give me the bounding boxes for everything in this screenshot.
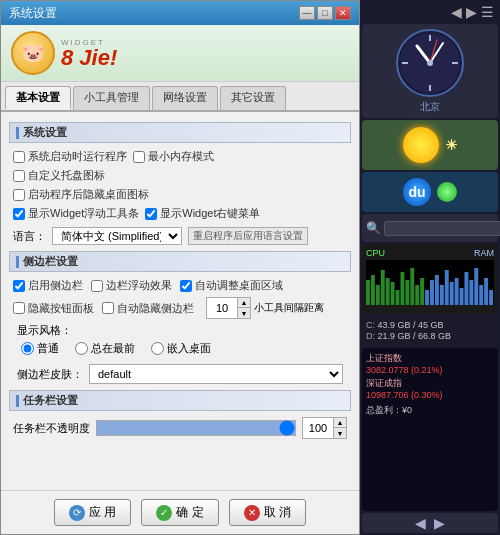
- svg-rect-30: [464, 272, 468, 305]
- checkbox-float-effect-input[interactable]: [91, 280, 103, 292]
- radio-normal-input[interactable]: [21, 342, 34, 355]
- display-format-label: 显示风格：: [17, 323, 347, 338]
- skin-select[interactable]: default: [89, 364, 343, 384]
- title-controls: — □ ✕: [299, 6, 351, 20]
- checkbox-hide-btns-input[interactable]: [13, 302, 25, 314]
- checkbox-startup-input[interactable]: [13, 151, 25, 163]
- dialog-title: 系统设置: [9, 5, 57, 22]
- svg-rect-16: [396, 290, 400, 305]
- svg-rect-10: [366, 280, 370, 305]
- tab-basic[interactable]: 基本设置: [5, 86, 71, 110]
- opacity-up[interactable]: ▲: [334, 418, 346, 428]
- close-button[interactable]: ✕: [335, 6, 351, 20]
- checkbox-hide-btns[interactable]: 隐藏按钮面板: [13, 301, 94, 316]
- radio-embed-input[interactable]: [151, 342, 164, 355]
- svg-rect-12: [376, 285, 380, 305]
- system-row-3: 启动程序后隐藏桌面图标: [13, 187, 347, 202]
- lang-label: 语言：: [13, 229, 46, 244]
- checkbox-auto-hide[interactable]: 自动隐藏侧边栏: [102, 301, 194, 316]
- svg-point-9: [427, 60, 433, 66]
- spacing-up[interactable]: ▲: [238, 298, 250, 308]
- checkbox-float-effect[interactable]: 边栏浮动效果: [91, 278, 172, 293]
- maximize-button[interactable]: □: [317, 6, 333, 20]
- radio-embed[interactable]: 嵌入桌面: [151, 341, 211, 356]
- nav-next[interactable]: ▶: [466, 4, 477, 20]
- tab-network[interactable]: 网络设置: [152, 86, 218, 110]
- widget-search: 🔍: [362, 214, 498, 242]
- minimize-button[interactable]: —: [299, 6, 315, 20]
- spacing-label: 小工具间隔距离: [254, 301, 324, 315]
- checkbox-tray-input[interactable]: [13, 170, 25, 182]
- checkbox-float-toolbar[interactable]: 显示Widget浮动工具条: [13, 206, 139, 221]
- radio-top-input[interactable]: [75, 342, 88, 355]
- radio-top[interactable]: 总在最前: [75, 341, 135, 356]
- nav-left-arrow[interactable]: ◀: [415, 515, 426, 531]
- disk-row-d: D: 21.9 GB / 66.8 GB: [366, 331, 494, 341]
- disk-c-label: C:: [366, 320, 378, 330]
- checkbox-hide-desktop-input[interactable]: [13, 189, 25, 201]
- checkbox-lowmem-input[interactable]: [133, 151, 145, 163]
- stock-value-2: 10987.706 (0.30%): [366, 390, 494, 400]
- spacing-spinbox: ▲ ▼: [206, 297, 251, 319]
- bottom-nav: ◀ ▶: [362, 513, 498, 533]
- clock-face: [395, 28, 465, 98]
- svg-rect-14: [386, 278, 390, 305]
- checkbox-auto-hide-input[interactable]: [102, 302, 114, 314]
- logo-icon: 🐷: [11, 31, 55, 75]
- bottom-buttons: ⟳ 应 用 ✓ 确 定 ✕ 取 消: [1, 490, 359, 534]
- system-section-header: 系统设置: [9, 122, 351, 143]
- apply-button[interactable]: ⟳ 应 用: [54, 499, 131, 526]
- checkbox-auto-adjust[interactable]: 自动调整桌面区域: [180, 278, 283, 293]
- tab-widget-mgr[interactable]: 小工具管理: [73, 86, 150, 110]
- opacity-label: 任务栏不透明度: [13, 421, 90, 436]
- checkbox-lowmem[interactable]: 最小内存模式: [133, 149, 214, 164]
- opacity-input[interactable]: [303, 418, 333, 438]
- lang-select[interactable]: 简体中文 (Simplified): [52, 227, 182, 245]
- search-input[interactable]: [384, 221, 500, 236]
- opacity-slider[interactable]: [96, 420, 296, 436]
- sidebar-row-1: 启用侧边栏 边栏浮动效果 自动调整桌面区域: [13, 278, 347, 293]
- svg-rect-11: [371, 275, 375, 305]
- svg-rect-17: [400, 272, 404, 305]
- sidebar-options: 启用侧边栏 边栏浮动效果 自动调整桌面区域 隐藏按钮面板 自: [9, 278, 351, 386]
- checkbox-context-menu[interactable]: 显示Widget右键菜单: [145, 206, 260, 221]
- restart-button[interactable]: 重启程序后应用语言设置: [188, 227, 308, 245]
- system-options: 系统启动时运行程序 最小内存模式 自定义托盘图标 启动程序后隐藏桌面图标: [9, 149, 351, 221]
- logo-text: WIDGET 8 Jie!: [61, 38, 117, 69]
- stock-row-2: 深证成指 10987.706 (0.30%): [366, 377, 494, 400]
- sun-icon: [403, 127, 439, 163]
- checkbox-hide-desktop[interactable]: 启动程序后隐藏桌面图标: [13, 187, 149, 202]
- ok-button[interactable]: ✓ 确 定: [141, 499, 218, 526]
- checkbox-tray[interactable]: 自定义托盘图标: [13, 168, 105, 183]
- brand-name: 8 Jie!: [61, 47, 117, 69]
- spacing-input[interactable]: [207, 298, 237, 318]
- cpu-header: CPU RAM: [366, 248, 494, 258]
- svg-rect-20: [415, 285, 419, 305]
- search-icon: 🔍: [366, 221, 381, 235]
- opacity-down[interactable]: ▼: [334, 428, 346, 438]
- widget-logo: du: [362, 172, 498, 212]
- stock-name-2: 深证成指: [366, 377, 494, 390]
- radio-normal[interactable]: 普通: [21, 341, 59, 356]
- checkbox-float-toolbar-input[interactable]: [13, 208, 25, 220]
- checkbox-auto-adjust-input[interactable]: [180, 280, 192, 292]
- widget-disk: C: 43.9 GB / 45 GB D: 21.9 GB / 66.8 GB: [362, 316, 498, 346]
- checkbox-startup[interactable]: 系统启动时运行程序: [13, 149, 127, 164]
- nav-prev[interactable]: ◀: [451, 4, 462, 20]
- cpu-graph: [366, 260, 494, 305]
- cancel-button[interactable]: ✕ 取 消: [229, 499, 306, 526]
- svg-rect-29: [460, 288, 464, 305]
- nav-menu[interactable]: ☰: [481, 4, 494, 20]
- svg-rect-32: [474, 268, 478, 305]
- main-dialog: 系统设置 — □ ✕ 🐷 WIDGET 8 Jie! 基本设置 小工具管理 网络…: [0, 0, 360, 535]
- sidebar-row-2: 隐藏按钮面板 自动隐藏侧边栏 ▲ ▼ 小工具间隔距离: [13, 297, 347, 319]
- svg-rect-28: [455, 278, 459, 305]
- checkbox-enable-sidebar-input[interactable]: [13, 280, 25, 292]
- tab-other[interactable]: 其它设置: [220, 86, 286, 110]
- checkbox-context-menu-input[interactable]: [145, 208, 157, 220]
- spacing-down[interactable]: ▼: [238, 308, 250, 318]
- checkbox-enable-sidebar[interactable]: 启用侧边栏: [13, 278, 83, 293]
- green-dot: [437, 182, 457, 202]
- nav-right-arrow[interactable]: ▶: [434, 515, 445, 531]
- svg-rect-34: [484, 278, 488, 305]
